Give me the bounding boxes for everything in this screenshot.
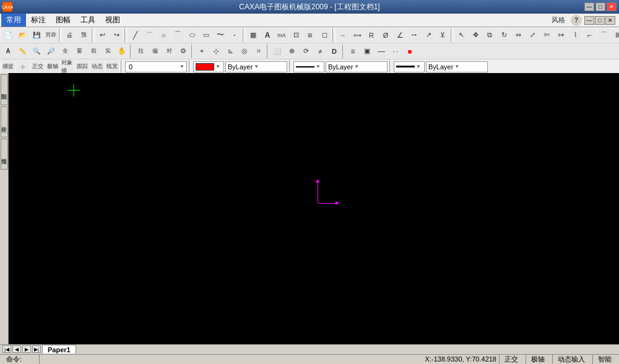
polar-button[interactable] xyxy=(238,45,251,58)
print-preview-button[interactable]: 预 xyxy=(77,28,90,42)
grid-toggle[interactable]: ⊹ xyxy=(16,60,30,74)
redo-button[interactable] xyxy=(110,28,123,42)
override-button[interactable] xyxy=(313,45,327,58)
mode-jiZhou[interactable]: 极轴 xyxy=(526,355,550,364)
lineweight-button[interactable] xyxy=(374,45,388,58)
arc-button[interactable] xyxy=(171,28,184,42)
dyn-toggle[interactable]: 动态 xyxy=(90,60,104,74)
trim-button[interactable] xyxy=(540,28,553,42)
rect-button[interactable] xyxy=(199,28,213,42)
print-button[interactable] xyxy=(63,28,76,42)
copy-obj-button[interactable] xyxy=(483,28,496,42)
circle-button[interactable] xyxy=(157,28,170,42)
zoom-real-button[interactable]: 实 xyxy=(101,45,115,58)
mtext-button[interactable]: mA xyxy=(275,28,288,42)
sheet-nav-first[interactable]: |◀ xyxy=(2,345,11,353)
minimize-button[interactable]: — xyxy=(584,2,594,11)
mirror-button[interactable] xyxy=(511,28,525,42)
sub-close-button[interactable]: ✕ xyxy=(605,16,615,25)
scale-button[interactable] xyxy=(526,28,539,42)
dimstyle-button[interactable] xyxy=(327,45,341,58)
update-button[interactable] xyxy=(299,45,313,58)
dim-radius-button[interactable] xyxy=(365,28,378,42)
help-button[interactable]: ? xyxy=(571,15,582,26)
close-button[interactable]: ✕ xyxy=(607,2,617,11)
array-button[interactable] xyxy=(611,28,619,42)
snap-button[interactable] xyxy=(195,45,209,58)
sheet-nav-last[interactable]: ▶| xyxy=(32,345,41,353)
align-button[interactable]: 对 xyxy=(162,45,176,58)
mode-zhengJiao[interactable]: 正交 xyxy=(499,355,523,364)
region-button[interactable] xyxy=(271,45,284,58)
ortho-toggle[interactable]: 正交 xyxy=(31,60,45,74)
snap-toggle[interactable]: 捕捉 xyxy=(1,60,15,74)
fillet-button[interactable] xyxy=(597,28,610,42)
wipeout-button[interactable] xyxy=(318,28,331,42)
bylayer-color-dropdown[interactable]: ByLayer ▼ xyxy=(225,61,287,72)
polyline-button[interactable]: ⌒ xyxy=(142,28,156,42)
grid-button[interactable] xyxy=(209,45,223,58)
layer-button[interactable] xyxy=(346,45,360,58)
extend-button[interactable] xyxy=(554,28,568,42)
dim-diameter-button[interactable] xyxy=(379,28,392,42)
linestyle-area[interactable]: ▼ xyxy=(293,61,324,72)
tolerance-button[interactable] xyxy=(436,28,449,42)
bylayer-lineweight-dropdown[interactable]: ByLayer ▼ xyxy=(426,61,488,72)
sheet-tab-paper1[interactable]: Paper1 xyxy=(42,345,76,353)
text-style-button[interactable]: A xyxy=(1,45,15,58)
ellipse-button[interactable] xyxy=(185,28,199,42)
fill-button[interactable] xyxy=(360,45,374,58)
linetype-button[interactable] xyxy=(389,45,402,58)
offset-button[interactable]: 偏 xyxy=(148,45,162,58)
text-button[interactable] xyxy=(261,28,274,42)
zoom-all-button[interactable]: 全 xyxy=(58,45,72,58)
measure-button[interactable] xyxy=(15,45,29,58)
saveas-button[interactable]: 另存 xyxy=(44,28,58,42)
sidebar-btn-3[interactable]: 属性 xyxy=(1,139,8,170)
color-swatch-area[interactable]: ▼ xyxy=(193,61,224,72)
zoom-out-button[interactable]: 🔎 xyxy=(44,45,58,58)
dim-aligned-button[interactable]: ⟺ xyxy=(350,28,364,42)
move-button[interactable] xyxy=(469,28,482,42)
mode-zhineng[interactable]: 智能 xyxy=(592,355,617,364)
mode-autoInput[interactable]: 动态输入 xyxy=(552,355,590,364)
block-button[interactable] xyxy=(289,28,303,42)
rotate-button[interactable] xyxy=(497,28,511,42)
pan-button[interactable]: ✋ xyxy=(115,45,129,58)
zoom-window-button[interactable]: 窗 xyxy=(72,45,86,58)
break-button[interactable] xyxy=(568,28,582,42)
osnap-button[interactable] xyxy=(252,45,266,58)
polar-toggle[interactable]: 极轴 xyxy=(46,60,59,74)
dim-angular-button[interactable] xyxy=(393,28,407,42)
maximize-button[interactable]: □ xyxy=(595,2,605,11)
lw-toggle[interactable]: 线宽 xyxy=(105,60,119,74)
layer-dropdown[interactable]: 0 ▼ xyxy=(125,61,187,72)
dim-linear-button[interactable]: ↔ xyxy=(336,28,350,42)
sheet-nav-next[interactable]: ▶ xyxy=(22,345,31,353)
lineweight-area[interactable]: ▼ xyxy=(394,61,425,72)
menu-item-changYong[interactable]: 常用 xyxy=(1,14,26,27)
ortho-button[interactable] xyxy=(223,45,237,58)
line-button[interactable] xyxy=(128,28,142,42)
stretch-button[interactable]: 拉 xyxy=(134,45,147,58)
spline-button[interactable] xyxy=(214,28,227,42)
insert-block-button[interactable]: ⊞ xyxy=(303,28,317,42)
sheet-nav-prev[interactable]: ◀ xyxy=(12,345,21,353)
hatch-button[interactable] xyxy=(246,28,260,42)
menu-item-shiTu[interactable]: 视图 xyxy=(100,14,125,27)
prop-button[interactable] xyxy=(176,45,190,58)
zoom-in-button[interactable]: 🔍 xyxy=(30,45,43,58)
zoom-prev-button[interactable]: 前 xyxy=(87,45,100,58)
undo-button[interactable] xyxy=(95,28,109,42)
menu-item-tuFu[interactable]: 图幅 xyxy=(51,14,76,27)
dim-baseline-button[interactable]: ⊶ xyxy=(407,28,421,42)
color-button[interactable] xyxy=(403,45,417,58)
otrack-toggle[interactable]: 跟踪 xyxy=(76,60,89,74)
menu-item-gongJu[interactable]: 工具 xyxy=(76,14,100,27)
menu-item-biaoZhu[interactable]: 标注 xyxy=(26,14,51,27)
point-button[interactable] xyxy=(228,28,241,42)
sub-minimize-button[interactable]: — xyxy=(584,16,594,25)
save-button[interactable] xyxy=(30,28,43,42)
select-button[interactable] xyxy=(454,28,468,42)
leader-button[interactable] xyxy=(422,28,435,42)
